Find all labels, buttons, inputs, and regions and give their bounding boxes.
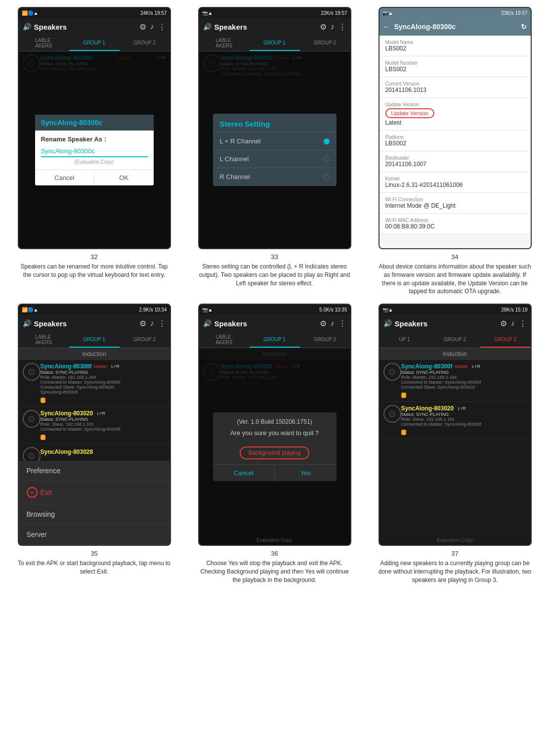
background-playing-button-36[interactable]: Background playing [240,446,309,459]
app-bar-35: 🔊 Speakers ⚙ ♪ ⋮ [19,314,170,332]
speaker-number-1-37: 3 [401,393,406,398]
speaker-name-1-35: SyncAlong-80300f [41,363,92,370]
info-row-wifi-mac-34: Wi-Fi MAC Address 00:08:B8:80:39:0C [380,214,531,234]
induction-header-35: Induction [19,348,170,360]
update-version-button-34[interactable]: Update Version [385,108,434,118]
settings-icon-35[interactable]: ⚙ [139,319,146,328]
status-bar-35: 📶🔵▲ 2.9K/s 10:34 [19,305,170,314]
eval-copy-36: Evaluation Copy [199,537,350,543]
more-icon-36[interactable]: ⋮ [338,319,346,328]
more-icon-35[interactable]: ⋮ [158,319,166,328]
dialog-overlay-33: Stereo Setting L + R Channel L Channel R… [199,51,350,248]
yes-button-36[interactable]: Yes [274,465,337,481]
badge-lr-1-35: L+R [111,364,120,369]
caption-text-37: Adding new speakers to a currently playi… [379,559,532,584]
tab-group1-35[interactable]: GROUP 1 [69,332,120,348]
radio-l-33 [324,156,330,162]
info-label-model-name-34: Model Name [385,40,525,45]
tab-group2-35[interactable]: GROUP 2 [120,332,170,348]
settings-icon-36[interactable]: ⚙ [320,319,327,328]
music-icon-33[interactable]: ♪ [331,22,335,32]
tab-available-33[interactable]: LABLEAKERS [199,36,250,51]
speaker-connected-2-37: Connected to Master: SyncAlong-80300f [401,422,527,427]
tab-group2-37[interactable]: GROUP 2 [430,332,480,348]
tab-group1-37[interactable]: UP 1 [380,332,430,348]
tab-group1-33[interactable]: GROUP 1 [250,36,300,51]
app-bar-37: 🔊 Speakers ⚙ ♪ ⋮ [380,314,531,332]
stereo-option-l-33[interactable]: L Channel [213,150,337,168]
settings-icon-37[interactable]: ⚙ [500,319,507,328]
info-row-current-version-34: Current Version 20141106.1013 [380,77,531,98]
tab-available-32[interactable]: LABLEAKERS [19,36,69,51]
stereo-option-r-33[interactable]: R Channel [213,168,337,186]
more-icon-33[interactable]: ⋮ [338,22,346,32]
tab-group1-36[interactable]: GROUP 1 [250,332,300,348]
info-label-bootloader-34: Bootloader [385,155,525,161]
app-title-35: Speakers [34,319,139,328]
music-icon-37[interactable]: ♪ [511,319,515,328]
info-row-model-number-34: Model Number LBS002 [380,56,531,77]
cancel-button-36[interactable]: Cancel [213,465,275,481]
badge-lr-2-35: L+R [97,411,105,416]
rename-dialog-32: SyncAlong-80300c Rename Speaker As : (Ev… [35,115,154,185]
popup-menu-35: Preference ✕ Exit Browsing Server [19,461,170,545]
phone-32: 📶🔵▲ 24K/s 19:57 🔊 Speakers ⚙ ♪ ⋮ LABLEAK… [18,7,171,249]
tab-group1-32[interactable]: GROUP 1 [69,36,120,51]
info-label-current-version-34: Current Version [385,81,525,87]
speaker-info-2-35: SyncAlong-803020 L+R Status: SYNC-PLAYIN… [41,410,166,441]
stereo-option-label-r-33: R Channel [220,173,250,180]
speaker-item-2-37: ⊙ SyncAlong-803020 L+R Status: SYNC-PLAY… [380,402,531,439]
tab-available-35[interactable]: LABLEAKERS [19,332,69,348]
cancel-button-32[interactable]: Cancel [35,170,94,185]
stereo-title-33: Stereo Setting [213,114,337,133]
menu-preference-35[interactable]: Preference [19,461,170,481]
more-icon-32[interactable]: ⋮ [158,22,166,32]
app-icons-33: ⚙ ♪ ⋮ [320,22,346,32]
exit-version-36: (Ver. 1.0 Build 150206.1751) [213,412,337,427]
menu-server-35[interactable]: Server [19,525,170,545]
eval-copy-37: Evaluation Copy [380,537,531,543]
cell-35: 📶🔵▲ 2.9K/s 10:34 🔊 Speakers ⚙ ♪ ⋮ LABLEA… [4,301,184,589]
caption-number-32: 32 [90,253,97,261]
cell-34: 📷▲ 23K/s 19:57 ← SyncAlong-80300c ↻ Mode… [365,4,545,301]
speaker-role-2-35: Role: Slave, 192.168.1.181 [41,422,166,427]
menu-exit-35[interactable]: ✕ Exit [19,481,170,504]
speaker-item-1-37: ⊙ SyncAlong-80300f Master L+R Status: SY… [380,360,531,402]
music-icon-35[interactable]: ♪ [150,319,154,328]
speaker-connected-master-1-37: Connected to Master: SyncAlong-80300f [401,380,527,385]
stereo-option-lr-33[interactable]: L + R Channel [213,133,337,150]
music-icon-36[interactable]: ♪ [331,319,335,328]
exit-label-35: Exit [41,489,52,496]
settings-icon-33[interactable]: ⚙ [320,22,327,32]
dialog-label-32: Rename Speaker As : [41,135,148,143]
info-value-kernel-34: Linux-2.6.31-#201411061006 [385,181,525,188]
status-time-34: 23K/s 19:57 [501,10,527,16]
menu-browsing-35[interactable]: Browsing [19,504,170,525]
back-icon-34[interactable]: ← [383,23,390,31]
caption-number-34: 34 [451,253,458,261]
caption-number-36: 36 [271,550,278,557]
info-label-kernel-34: Kernel [385,176,525,181]
info-value-current-version-34: 20141106.1013 [385,87,525,93]
more-icon-37[interactable]: ⋮ [519,319,527,328]
tab-group2-32[interactable]: GROUP 2 [120,36,170,51]
info-row-model-name-34: Model Name LBS002 [380,36,531,56]
caption-number-37: 37 [451,550,458,557]
settings-icon-32[interactable]: ⚙ [139,22,146,32]
phone-34: 📷▲ 23K/s 19:57 ← SyncAlong-80300c ↻ Mode… [379,7,532,249]
dialog-note-32: (Evaluation Copy) [41,159,148,165]
speaker-item-2-35: ⊙ SyncAlong-803020 L+R Status: SYNC-PLAY… [19,407,170,444]
ok-button-32[interactable]: OK [94,170,154,185]
tab-group2-33[interactable]: GROUP 2 [300,36,350,51]
phone-35: 📶🔵▲ 2.9K/s 10:34 🔊 Speakers ⚙ ♪ ⋮ LABLEA… [18,304,171,546]
tab-group3-37[interactable]: GROUP 3 [480,332,531,348]
rename-input-32[interactable] [41,146,148,157]
music-icon-32[interactable]: ♪ [150,22,154,32]
info-appbar-34: ← SyncAlong-80300c ↻ [380,18,531,36]
info-label-wifi-connection-34: Wi-Fi Connection [385,197,525,202]
cell-32: 📶🔵▲ 24K/s 19:57 🔊 Speakers ⚙ ♪ ⋮ LABLEAK… [4,4,184,301]
tab-available-36[interactable]: LABLEAKERS [199,332,250,348]
speaker-icon-35: 🔊 [23,319,31,327]
refresh-icon-34[interactable]: ↻ [521,23,527,31]
tab-group2-36[interactable]: GROUP 2 [300,332,350,348]
